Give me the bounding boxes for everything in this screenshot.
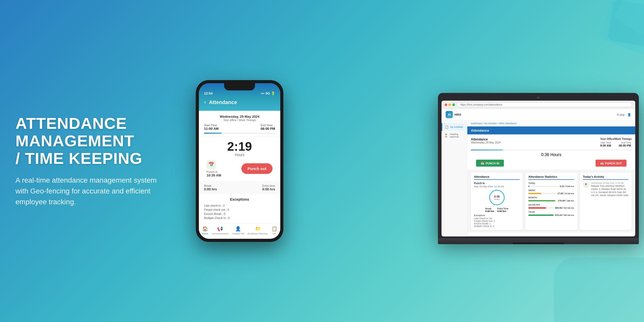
punch-in-button[interactable]: 📅 PUNCH IN — [476, 160, 504, 167]
phone-bottom-nav: 🏠 Home 📢 Announcements 👤 Contact HR — [199, 223, 280, 239]
nav-home[interactable]: 🏠 Home — [202, 226, 208, 235]
nav-announcements[interactable]: 📢 Announcements — [212, 226, 228, 235]
attendance-date: Wednesday, 29 May 2024 — [471, 141, 501, 144]
activity-card: Today's Activity 📍 Wednesday 29 May 2024… — [580, 173, 632, 230]
sidebar-item-approval[interactable]: ⏳ Awaiting Approval — [442, 131, 467, 140]
phone-date-card: Wednesday, 29 May 2024 Your office / Wor… — [199, 111, 280, 137]
year-bar-row: 976.24 / 907:00 hrs — [528, 214, 574, 216]
punch-out-button[interactable]: 📅 PUNCH OUT — [596, 160, 626, 167]
start-time-val: 9:00 AM — [600, 144, 611, 147]
stats-week: WEEK 17.05 / 37:00 hrs — [528, 189, 574, 195]
year-bar-bg — [528, 214, 554, 216]
back-button[interactable]: ‹ — [204, 99, 206, 106]
activity-description: Release: from 2nd Floor HPMTech Centre, … — [591, 185, 629, 197]
app-main-content: Dashboard / My Activities / HRIS Attenda… — [467, 121, 635, 236]
hours-display: 0:36 Hours — [471, 152, 632, 157]
network-type: 5G — [266, 91, 270, 95]
start-time-label: Start Time — [600, 141, 611, 144]
phone-mockup: 12:54 ▪▪▪ 5G 🔋 ‹ Attendance — [196, 80, 283, 242]
today-bar-row: 0.21 / 9:00 hrs — [528, 185, 574, 188]
left-section: ATTENDANCE MANAGEMENT / TIME KEEPING A r… — [0, 94, 175, 228]
statistics-card-title: Attendance Statistics — [528, 175, 574, 180]
main-content: ATTENDANCE MANAGEMENT / TIME KEEPING A r… — [0, 0, 644, 322]
punch-out-label: Punch out — [248, 166, 266, 171]
activity-row: 📍 Wednesday 29 May 2024 11:30 AM Release… — [583, 182, 629, 197]
punch-in-time: 10:35 AM — [207, 173, 221, 177]
app-logo: H HRIS — [446, 111, 461, 118]
phone-frame: 12:54 ▪▪▪ 5G 🔋 ‹ Attendance — [196, 80, 283, 242]
activity-details: Wednesday 29 May 2024 11:30 AM Release: … — [591, 182, 629, 197]
breadcrumb-home[interactable]: Dashboard — [471, 122, 482, 125]
sidebar-item-activities[interactable]: 📋 My Activities — [442, 123, 467, 131]
month-bar-bg — [528, 200, 556, 201]
laptop-screen: https://hris.company.com/attendance H HR… — [442, 101, 635, 236]
today-bar-fill — [528, 185, 529, 187]
app-logo-text: HRIS — [454, 113, 461, 116]
hero-subtitle: A real-time attendance management system… — [15, 175, 160, 207]
phone-header-title: Attendance — [209, 99, 237, 105]
activities-icon: 📋 — [445, 125, 449, 129]
today-label: Today — [528, 182, 574, 184]
cards-row: Attendance Punch In May, 29 May 2024, 11… — [467, 170, 635, 233]
end-time-val: 08:00 PM — [619, 144, 631, 147]
office-times-row: Start Time 9:00 AM End Time 08:00 PM — [600, 141, 632, 147]
attendance-row1: Attendance Wednesday, 29 May 2024 Your O… — [471, 138, 632, 147]
phone-hours-big: 2:19 — [204, 140, 275, 153]
phone-progress-bar — [204, 133, 275, 134]
signal-strength: ▪▪▪ — [261, 91, 265, 95]
home-label: Home — [202, 232, 208, 235]
stats-month: MONTH 170.06 / 180 hrs — [528, 196, 574, 202]
activity-card-title: Today's Activity — [583, 175, 629, 180]
month-val: 170.06 / 180 hrs — [558, 199, 574, 202]
user-icon: 👤 — [628, 113, 631, 116]
app-header: H HRIS K.ang 👤 — [442, 109, 635, 121]
breadcrumb-activities[interactable]: My Activities — [484, 122, 497, 125]
phone-hours-section: 2:19 Hours 📅 Punch in 10:35 AM Punch out — [199, 137, 280, 181]
phone-time: 12:54 — [204, 91, 213, 95]
phone-start-time: Start Time 11:00 AM — [204, 124, 219, 131]
year-val: 976.24 / 907:00 hrs — [555, 214, 574, 216]
hours-value: 0:36 Hours — [541, 152, 561, 157]
quarter-val: 360.56 / 517:00 hrs — [555, 207, 574, 209]
phone-break: Break 0:00 hrs — [204, 184, 217, 191]
late-checkin: Late check in : 2 — [204, 204, 275, 208]
punch-in-label: PUNCH IN — [486, 162, 499, 165]
phone-office-label: Your office / Work Timings — [204, 118, 275, 122]
punch-in-icon: 📅 — [481, 162, 484, 165]
year-label: YEAR — [528, 211, 574, 213]
quarter-bar-fill — [528, 207, 546, 208]
app-sidebar: 📋 My Activities ⏳ Awaiting Approval — [442, 121, 467, 236]
punch-out-button-phone[interactable]: Punch out — [241, 163, 273, 174]
app-header-right: K.ang 👤 — [617, 113, 631, 116]
nav-hr[interactable]: 📋 HR — [272, 226, 277, 235]
year-bar-fill — [528, 214, 554, 216]
attendance-top-section: Attendance Wednesday, 29 May 2024 Your O… — [467, 134, 635, 170]
phone-extra: Extra time 0:00 hrs — [262, 184, 275, 191]
approval-icon: ⏳ — [444, 134, 448, 137]
statistics-card: Attendance Statistics Today — [525, 173, 577, 230]
app-body: 📋 My Activities ⏳ Awaiting Approval — [442, 121, 635, 236]
attendance-progress-bar — [471, 150, 632, 150]
activity-map-icon: 📍 — [583, 182, 589, 188]
attendance-title: Attendance — [471, 138, 501, 141]
nav-directory[interactable]: 📁 Employee Directory — [248, 226, 268, 235]
end-label: End Time — [261, 124, 275, 127]
phone-exceptions: Exceptions Late check in : 2 Forgot chec… — [199, 194, 280, 223]
phone-time-row: Start Time 11:00 AM End Time 08:00 PM — [204, 124, 275, 131]
month-label: MONTH — [528, 196, 574, 199]
directory-label: Employee Directory — [248, 232, 268, 235]
phone-notch — [224, 83, 255, 90]
end-time-label: End Time — [619, 141, 631, 144]
punch-in-section: 📅 Punch in 10:35 AM — [207, 160, 221, 177]
nav-contact-hr[interactable]: 👤 Contact HR — [232, 226, 244, 235]
multiple-checkin: Multiple Check In : 0 — [204, 216, 275, 220]
announcements-icon: 📢 — [217, 226, 223, 232]
break-label: Break — [204, 184, 217, 187]
quarter-bar-row: 360.56 / 517:00 hrs — [528, 207, 574, 209]
hours-circle: 0:36 Hours — [489, 190, 505, 205]
breadcrumb-current: HRIS Attendance — [499, 122, 517, 125]
laptop-camera — [537, 97, 539, 99]
punch-out-label: PUNCH OUT — [605, 162, 622, 165]
excess-break: Excess Break : 0 — [204, 212, 275, 216]
sidebar-label-activities: My Activities — [450, 126, 463, 128]
